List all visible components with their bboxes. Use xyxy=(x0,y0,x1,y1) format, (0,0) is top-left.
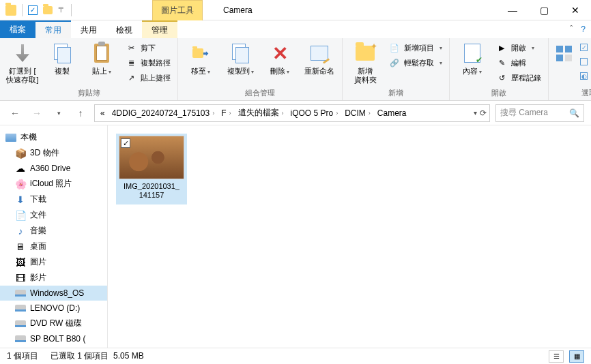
move-to-button[interactable]: ➡ 移至▾ xyxy=(182,40,219,87)
ribbon-group-open: 內容▾ ▶開啟▾ ✎編輯 ↺歷程記錄 開啟 xyxy=(450,38,549,100)
file-item[interactable]: ✓ IMG_20201031_141157 xyxy=(116,134,187,204)
paste-shortcut-button[interactable]: ↗貼上捷徑 xyxy=(123,71,173,85)
tree-this-pc[interactable]: 本機 xyxy=(0,130,107,145)
edit-icon: ✎ xyxy=(496,57,507,68)
docs-icon: 📄 xyxy=(15,210,26,221)
breadcrumb-segment[interactable]: iQOO 5 Pro› xyxy=(288,108,341,118)
back-button[interactable]: ← xyxy=(7,105,23,121)
tree-item[interactable]: SP BOLT B80 ( xyxy=(0,331,107,346)
ribbon-collapse-button[interactable]: ˆ xyxy=(570,25,573,34)
rename-icon xyxy=(311,46,328,61)
copy-button[interactable]: 複製 xyxy=(44,40,81,87)
scissors-icon: ✂ xyxy=(126,42,136,53)
tab-home[interactable]: 常用 xyxy=(35,20,71,38)
tree-item-label: 3D 物件 xyxy=(30,147,59,159)
address-dropdown-button[interactable]: ▾ xyxy=(474,109,477,117)
properties-button[interactable]: 內容▾ xyxy=(454,40,491,87)
new-folder-button[interactable]: 新增資料夾 xyxy=(347,40,384,87)
cube-icon: 📦 xyxy=(15,148,26,159)
tree-item[interactable]: 🖼圖片 xyxy=(0,254,107,270)
up-button[interactable]: ↑ xyxy=(72,105,89,121)
tab-share[interactable]: 共用 xyxy=(71,20,106,38)
separator xyxy=(71,4,72,16)
view-details-button[interactable]: ☰ xyxy=(549,350,564,363)
search-icon: 🔍 xyxy=(569,108,579,118)
pin-icon xyxy=(16,44,29,62)
pictures-icon: 🖼 xyxy=(15,257,26,268)
qat-overflow-button[interactable]: 〒 xyxy=(58,5,66,15)
tree-item-label: Windows8_OS xyxy=(30,288,84,298)
close-button[interactable]: ✕ xyxy=(560,0,591,20)
tree-item[interactable]: 📦3D 物件 xyxy=(0,145,107,161)
delete-button[interactable]: ✕ 刪除▾ xyxy=(261,40,298,87)
breadcrumb-segment[interactable]: DCIM› xyxy=(342,108,373,118)
minimize-button[interactable]: — xyxy=(497,0,528,20)
tree-item[interactable]: ⬇下載 xyxy=(0,192,107,207)
ribbon-group-organize: ➡ 移至▾ 複製到▾ ✕ 刪除▾ 重新命名 組合管理 xyxy=(178,38,343,100)
pin-to-quick-access-button[interactable]: 釘選到 [快速存取] xyxy=(4,40,41,87)
breadcrumb-segment[interactable]: F› xyxy=(218,108,233,118)
window-title: Camera xyxy=(223,5,253,15)
move-icon: ➡ xyxy=(190,42,212,64)
recent-locations-button[interactable]: ▾ xyxy=(51,105,67,121)
group-label: 剪貼簿 xyxy=(4,87,173,100)
tree-item[interactable]: 🖥桌面 xyxy=(0,239,107,254)
copy-to-button[interactable]: 複製到▾ xyxy=(222,40,259,87)
tab-view[interactable]: 檢視 xyxy=(106,20,142,38)
tab-file[interactable]: 檔案 xyxy=(0,20,35,38)
paste-icon xyxy=(94,44,109,63)
ribbon-group-new: 新增資料夾 📄新增項目▾ 🔗輕鬆存取▾ 新增 xyxy=(343,38,450,100)
navigation-pane[interactable]: 本機 📦3D 物件☁A360 Drive🌸iCloud 照片⬇下載📄文件♪音樂🖥… xyxy=(0,125,108,348)
group-label: 選取 xyxy=(553,87,591,100)
open-button[interactable]: ▶開啟▾ xyxy=(493,41,544,55)
tree-item-label: A360 Drive xyxy=(30,164,70,173)
new-item-button[interactable]: 📄新增項目▾ xyxy=(386,41,445,55)
tree-item[interactable]: DVD RW 磁碟 xyxy=(0,316,107,331)
file-list[interactable]: ✓ IMG_20201031_141157 xyxy=(108,125,591,348)
properties-icon xyxy=(464,44,480,63)
checkbox-icon: ✓ xyxy=(580,44,588,51)
search-box[interactable]: 搜尋 Camera 🔍 xyxy=(495,104,584,122)
file-name: IMG_20201031_141157 xyxy=(122,179,181,202)
view-thumbnails-button[interactable]: ▦ xyxy=(569,350,584,363)
breadcrumb-segment[interactable]: 4DDIG_20240724_175103› xyxy=(109,108,217,118)
breadcrumb-segment[interactable]: 遺失的檔案› xyxy=(235,107,287,119)
search-placeholder: 搜尋 Camera xyxy=(500,107,569,119)
tree-item-label: 桌面 xyxy=(30,241,46,252)
tree-item[interactable]: 🌸iCloud 照片 xyxy=(0,176,107,192)
icloud-icon: 🌸 xyxy=(15,179,26,189)
tree-item[interactable]: 🎞影片 xyxy=(0,270,107,286)
separator xyxy=(22,4,23,16)
breadcrumb-segment[interactable]: Camera xyxy=(375,108,409,118)
drive-icon xyxy=(15,288,26,299)
tree-item[interactable]: ♪音樂 xyxy=(0,223,107,239)
refresh-button[interactable]: ⟳ xyxy=(480,108,487,118)
rename-button[interactable]: 重新命名 xyxy=(301,40,338,87)
history-button[interactable]: ↺歷程記錄 xyxy=(493,71,544,85)
select-all-button[interactable]: ✓全選 xyxy=(577,41,591,54)
invert-selection-button[interactable]: ◐反向選擇 xyxy=(577,70,591,82)
tree-item[interactable]: 📄文件 xyxy=(0,207,107,223)
qat-properties-button[interactable]: ✓ xyxy=(28,5,38,15)
contextual-tab-picture-tools[interactable]: 圖片工具 xyxy=(152,0,203,20)
breadcrumb-overflow[interactable]: « xyxy=(98,108,108,118)
paste-button[interactable]: 貼上▾ xyxy=(83,40,120,87)
videos-icon: 🎞 xyxy=(15,273,26,284)
address-bar[interactable]: « 4DDIG_20240724_175103› F› 遺失的檔案› iQOO … xyxy=(94,104,490,122)
checkbox-icon xyxy=(580,58,588,65)
copy-path-button[interactable]: ≣複製路徑 xyxy=(123,56,173,70)
download-icon: ⬇ xyxy=(15,194,26,205)
file-checkbox[interactable]: ✓ xyxy=(121,138,130,148)
edit-button[interactable]: ✎編輯 xyxy=(493,56,544,70)
tree-item[interactable]: Windows8_OS xyxy=(0,286,107,301)
help-button[interactable]: ? xyxy=(581,25,586,34)
status-bar: 1 個項目 已選取 1 個項目 5.05 MB ☰ ▦ xyxy=(0,348,591,364)
select-none-button[interactable]: 全部不選 xyxy=(577,55,591,68)
easy-access-button[interactable]: 🔗輕鬆存取▾ xyxy=(386,56,445,70)
tab-manage[interactable]: 管理 xyxy=(142,20,177,38)
cut-button[interactable]: ✂剪下 xyxy=(123,41,173,55)
tree-item[interactable]: LENOVO (D:) xyxy=(0,301,107,316)
tree-item[interactable]: ☁A360 Drive xyxy=(0,161,107,176)
maximize-button[interactable]: ▢ xyxy=(528,0,560,20)
forward-button[interactable]: → xyxy=(29,105,45,121)
